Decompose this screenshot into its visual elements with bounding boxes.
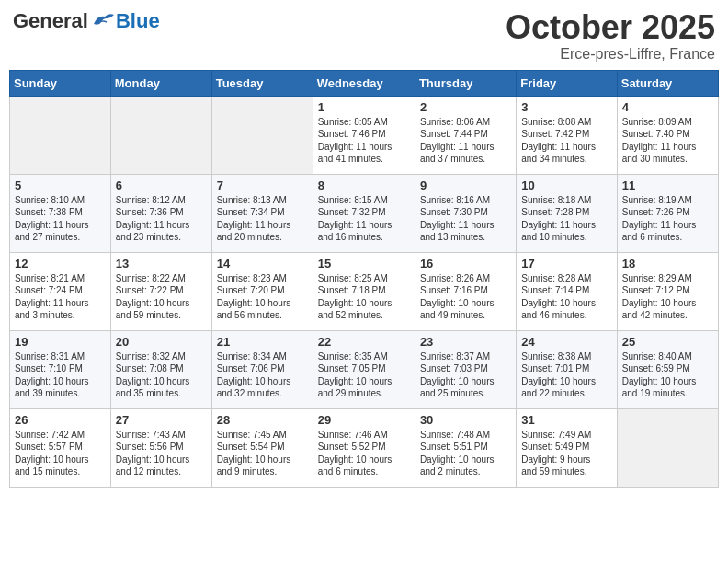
calendar-cell: 9Sunrise: 8:16 AM Sunset: 7:30 PM Daylig… bbox=[415, 174, 516, 252]
day-number: 8 bbox=[318, 178, 410, 192]
day-info: Sunrise: 8:13 AM Sunset: 7:34 PM Dayligh… bbox=[217, 194, 308, 244]
calendar-cell: 25Sunrise: 8:40 AM Sunset: 6:59 PM Dayli… bbox=[617, 330, 718, 408]
day-number: 24 bbox=[521, 335, 611, 349]
day-number: 28 bbox=[217, 413, 308, 427]
day-number: 23 bbox=[420, 335, 511, 349]
calendar-cell: 22Sunrise: 8:35 AM Sunset: 7:05 PM Dayli… bbox=[313, 330, 415, 408]
day-number: 2 bbox=[420, 100, 511, 114]
day-number: 29 bbox=[318, 413, 410, 427]
day-info: Sunrise: 8:25 AM Sunset: 7:18 PM Dayligh… bbox=[318, 272, 410, 322]
calendar-day-header: Sunday bbox=[10, 70, 111, 96]
calendar-cell: 3Sunrise: 8:08 AM Sunset: 7:42 PM Daylig… bbox=[517, 96, 617, 174]
day-info: Sunrise: 8:16 AM Sunset: 7:30 PM Dayligh… bbox=[420, 194, 511, 244]
calendar-week-row: 12Sunrise: 8:21 AM Sunset: 7:24 PM Dayli… bbox=[10, 252, 719, 330]
calendar-cell: 13Sunrise: 8:22 AM Sunset: 7:22 PM Dayli… bbox=[110, 252, 211, 330]
calendar-cell: 18Sunrise: 8:29 AM Sunset: 7:12 PM Dayli… bbox=[617, 252, 718, 330]
day-number: 31 bbox=[521, 413, 611, 427]
day-number: 22 bbox=[318, 335, 410, 349]
day-info: Sunrise: 8:31 AM Sunset: 7:10 PM Dayligh… bbox=[15, 350, 106, 400]
day-info: Sunrise: 7:43 AM Sunset: 5:56 PM Dayligh… bbox=[116, 429, 207, 478]
calendar-cell: 31Sunrise: 7:49 AM Sunset: 5:49 PM Dayli… bbox=[517, 408, 617, 487]
calendar-cell: 7Sunrise: 8:13 AM Sunset: 7:34 PM Daylig… bbox=[211, 174, 313, 252]
day-info: Sunrise: 8:34 AM Sunset: 7:06 PM Dayligh… bbox=[217, 350, 308, 400]
calendar-cell: 17Sunrise: 8:28 AM Sunset: 7:14 PM Dayli… bbox=[517, 252, 617, 330]
day-info: Sunrise: 8:09 AM Sunset: 7:40 PM Dayligh… bbox=[622, 116, 713, 166]
calendar-cell: 23Sunrise: 8:37 AM Sunset: 7:03 PM Dayli… bbox=[415, 330, 516, 408]
day-number: 10 bbox=[521, 178, 611, 192]
calendar-cell: 21Sunrise: 8:34 AM Sunset: 7:06 PM Dayli… bbox=[211, 330, 313, 408]
day-number: 16 bbox=[420, 257, 511, 270]
day-info: Sunrise: 8:26 AM Sunset: 7:16 PM Dayligh… bbox=[420, 272, 511, 322]
day-number: 5 bbox=[15, 178, 106, 192]
calendar-cell: 30Sunrise: 7:48 AM Sunset: 5:51 PM Dayli… bbox=[415, 408, 516, 487]
calendar-day-header: Monday bbox=[110, 70, 211, 96]
day-info: Sunrise: 8:37 AM Sunset: 7:03 PM Dayligh… bbox=[420, 350, 511, 400]
day-info: Sunrise: 7:48 AM Sunset: 5:51 PM Dayligh… bbox=[420, 429, 511, 478]
calendar-header-row: SundayMondayTuesdayWednesdayThursdayFrid… bbox=[10, 70, 719, 96]
day-info: Sunrise: 8:23 AM Sunset: 7:20 PM Dayligh… bbox=[217, 272, 308, 322]
calendar-cell: 29Sunrise: 7:46 AM Sunset: 5:52 PM Dayli… bbox=[313, 408, 415, 487]
day-number: 9 bbox=[420, 178, 511, 192]
title-block: October 2025 Erce-pres-Liffre, France bbox=[506, 9, 715, 63]
day-info: Sunrise: 8:32 AM Sunset: 7:08 PM Dayligh… bbox=[116, 350, 207, 400]
day-info: Sunrise: 8:28 AM Sunset: 7:14 PM Dayligh… bbox=[521, 272, 611, 322]
month-title: October 2025 bbox=[506, 9, 715, 46]
page-header: General Blue October 2025 Erce-pres-Liff… bbox=[9, 9, 719, 63]
calendar-day-header: Thursday bbox=[415, 70, 516, 96]
day-number: 1 bbox=[318, 100, 410, 114]
day-number: 25 bbox=[622, 335, 713, 349]
calendar-cell: 12Sunrise: 8:21 AM Sunset: 7:24 PM Dayli… bbox=[10, 252, 111, 330]
day-info: Sunrise: 8:38 AM Sunset: 7:01 PM Dayligh… bbox=[521, 350, 611, 400]
day-number: 27 bbox=[116, 413, 207, 427]
location: Erce-pres-Liffre, France bbox=[506, 46, 715, 63]
calendar-cell: 19Sunrise: 8:31 AM Sunset: 7:10 PM Dayli… bbox=[10, 330, 111, 408]
calendar-day-header: Saturday bbox=[617, 70, 718, 96]
day-info: Sunrise: 7:42 AM Sunset: 5:57 PM Dayligh… bbox=[15, 429, 106, 478]
day-info: Sunrise: 7:46 AM Sunset: 5:52 PM Dayligh… bbox=[318, 429, 410, 478]
logo: General Blue bbox=[13, 9, 160, 33]
calendar-cell bbox=[211, 96, 313, 174]
day-info: Sunrise: 8:15 AM Sunset: 7:32 PM Dayligh… bbox=[318, 194, 410, 244]
calendar-cell: 2Sunrise: 8:06 AM Sunset: 7:44 PM Daylig… bbox=[415, 96, 516, 174]
calendar-cell bbox=[617, 408, 718, 487]
day-number: 12 bbox=[15, 257, 106, 270]
day-info: Sunrise: 8:35 AM Sunset: 7:05 PM Dayligh… bbox=[318, 350, 410, 400]
calendar-day-header: Tuesday bbox=[211, 70, 313, 96]
day-number: 18 bbox=[622, 257, 713, 270]
day-info: Sunrise: 8:22 AM Sunset: 7:22 PM Dayligh… bbox=[116, 272, 207, 322]
day-info: Sunrise: 8:06 AM Sunset: 7:44 PM Dayligh… bbox=[420, 116, 511, 166]
day-info: Sunrise: 8:08 AM Sunset: 7:42 PM Dayligh… bbox=[521, 116, 611, 166]
calendar-cell: 28Sunrise: 7:45 AM Sunset: 5:54 PM Dayli… bbox=[211, 408, 313, 487]
calendar-cell bbox=[110, 96, 211, 174]
calendar-cell: 15Sunrise: 8:25 AM Sunset: 7:18 PM Dayli… bbox=[313, 252, 415, 330]
logo-bird-icon bbox=[90, 11, 116, 31]
day-info: Sunrise: 8:10 AM Sunset: 7:38 PM Dayligh… bbox=[15, 194, 106, 244]
day-number: 30 bbox=[420, 413, 511, 427]
day-number: 3 bbox=[521, 100, 611, 114]
day-info: Sunrise: 7:45 AM Sunset: 5:54 PM Dayligh… bbox=[217, 429, 308, 478]
day-info: Sunrise: 8:21 AM Sunset: 7:24 PM Dayligh… bbox=[15, 272, 106, 322]
day-info: Sunrise: 8:12 AM Sunset: 7:36 PM Dayligh… bbox=[116, 194, 207, 244]
calendar-day-header: Wednesday bbox=[313, 70, 415, 96]
calendar-cell bbox=[10, 96, 111, 174]
calendar-cell: 14Sunrise: 8:23 AM Sunset: 7:20 PM Dayli… bbox=[211, 252, 313, 330]
calendar-cell: 8Sunrise: 8:15 AM Sunset: 7:32 PM Daylig… bbox=[313, 174, 415, 252]
calendar-cell: 11Sunrise: 8:19 AM Sunset: 7:26 PM Dayli… bbox=[617, 174, 718, 252]
calendar-week-row: 19Sunrise: 8:31 AM Sunset: 7:10 PM Dayli… bbox=[10, 330, 719, 408]
day-number: 19 bbox=[15, 335, 106, 349]
day-number: 15 bbox=[318, 257, 410, 270]
day-number: 14 bbox=[217, 257, 308, 270]
calendar-week-row: 26Sunrise: 7:42 AM Sunset: 5:57 PM Dayli… bbox=[10, 408, 719, 487]
calendar-cell: 20Sunrise: 8:32 AM Sunset: 7:08 PM Dayli… bbox=[110, 330, 211, 408]
day-info: Sunrise: 8:18 AM Sunset: 7:28 PM Dayligh… bbox=[521, 194, 611, 244]
day-number: 13 bbox=[116, 257, 207, 270]
calendar-cell: 4Sunrise: 8:09 AM Sunset: 7:40 PM Daylig… bbox=[617, 96, 718, 174]
calendar-week-row: 1Sunrise: 8:05 AM Sunset: 7:46 PM Daylig… bbox=[10, 96, 719, 174]
day-number: 26 bbox=[15, 413, 106, 427]
day-info: Sunrise: 8:05 AM Sunset: 7:46 PM Dayligh… bbox=[318, 116, 410, 166]
day-info: Sunrise: 8:40 AM Sunset: 6:59 PM Dayligh… bbox=[622, 350, 713, 400]
calendar-cell: 10Sunrise: 8:18 AM Sunset: 7:28 PM Dayli… bbox=[517, 174, 617, 252]
day-number: 17 bbox=[521, 257, 611, 270]
day-number: 11 bbox=[622, 178, 713, 192]
logo-general-text: General bbox=[13, 9, 88, 33]
